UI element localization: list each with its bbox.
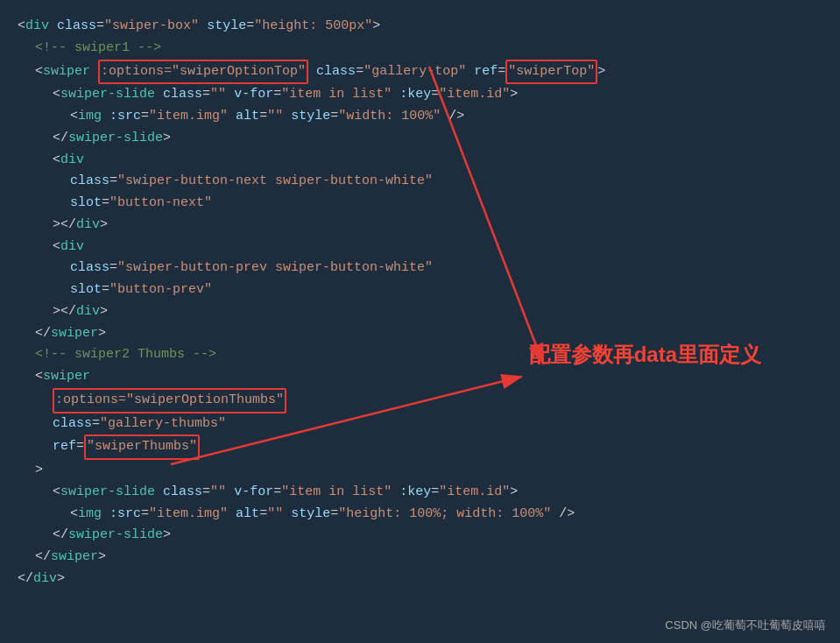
- code-line: </div>: [18, 569, 822, 590]
- code-line: slot="button-next": [18, 193, 822, 215]
- code-line: class="swiper-button-next swiper-button-…: [18, 171, 822, 193]
- annotation-text: 配置参数再data里面定义: [529, 337, 761, 372]
- code-line: <div class="swiper-box" style="height: 5…: [18, 16, 822, 38]
- code-line: ></div>: [18, 215, 822, 237]
- watermark: CSDN @吃葡萄不吐葡萄皮嘻嘻: [665, 616, 826, 634]
- code-line: class="swiper-button-prev swiper-button-…: [18, 258, 822, 279]
- code-line: </swiper>: [18, 547, 822, 569]
- code-line: ></div>: [18, 301, 822, 323]
- code-line: </swiper-slide>: [18, 128, 822, 150]
- code-line: <div: [18, 237, 822, 258]
- code-line: </swiper-slide>: [18, 525, 822, 547]
- code-line: <img :src="item.img" alt="" style="width…: [18, 106, 822, 128]
- code-line: <div: [18, 150, 822, 172]
- code-line: <swiper-slide class="" v-for="item in li…: [18, 482, 822, 504]
- code-line: <swiper-slide class="" v-for="item in li…: [18, 84, 822, 106]
- code-line: <!-- swiper1 -->: [18, 38, 822, 60]
- code-line: :options="swiperOptionThumbs": [18, 388, 822, 413]
- code-container: <div class="swiper-box" style="height: 5…: [0, 0, 840, 606]
- code-line: >: [18, 460, 822, 482]
- code-line: <img :src="item.img" alt="" style="heigh…: [18, 504, 822, 526]
- code-line: <swiper :options="swiperOptionTop" class…: [18, 60, 822, 85]
- code-line: class="gallery-thumbs": [18, 413, 822, 435]
- code-line: slot="button-prev": [18, 279, 822, 301]
- code-line: ref="swiperThumbs": [18, 435, 822, 460]
